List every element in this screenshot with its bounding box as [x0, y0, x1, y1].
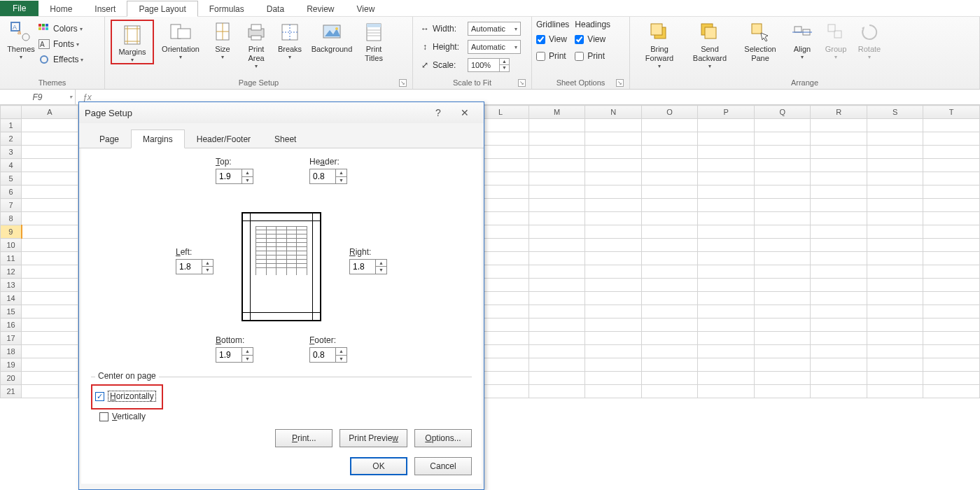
- cell[interactable]: [754, 252, 811, 265]
- cell[interactable]: [811, 265, 867, 279]
- send-backward-button[interactable]: Send Backward▾: [685, 18, 735, 69]
- dialog-titlebar[interactable]: Page Setup ? ✕: [79, 102, 484, 123]
- cell[interactable]: [22, 239, 78, 252]
- cell[interactable]: [641, 279, 698, 292]
- cell[interactable]: [698, 225, 755, 239]
- cell[interactable]: [585, 385, 642, 398]
- cell[interactable]: [22, 358, 78, 372]
- row-header[interactable]: 3: [1, 146, 22, 159]
- checkbox[interactable]: [536, 35, 545, 44]
- cell[interactable]: [698, 132, 755, 146]
- cell[interactable]: [698, 345, 755, 358]
- cell[interactable]: [923, 172, 980, 186]
- gridlines-view-check[interactable]: View: [536, 31, 569, 48]
- tab-data[interactable]: Data: [255, 1, 295, 16]
- cell[interactable]: [528, 212, 585, 225]
- cell[interactable]: [867, 132, 923, 146]
- col-header[interactable]: Q: [754, 106, 811, 119]
- cell[interactable]: [22, 146, 78, 159]
- cell[interactable]: [585, 132, 642, 146]
- cell[interactable]: [528, 385, 585, 398]
- cell[interactable]: [528, 172, 585, 186]
- cell[interactable]: [22, 385, 78, 398]
- cell[interactable]: [811, 345, 867, 358]
- cell[interactable]: [754, 159, 811, 172]
- cell[interactable]: [811, 252, 867, 265]
- cell[interactable]: [754, 225, 811, 239]
- cell[interactable]: [923, 332, 980, 345]
- cell[interactable]: [641, 119, 698, 132]
- cell[interactable]: [754, 119, 811, 132]
- cell[interactable]: [923, 146, 980, 159]
- dialog-tab-page[interactable]: Page: [88, 130, 131, 148]
- print-button[interactable]: Print...: [275, 429, 332, 447]
- cell[interactable]: [698, 332, 755, 345]
- cell[interactable]: [22, 305, 78, 318]
- cell[interactable]: [585, 305, 642, 318]
- cell[interactable]: [754, 372, 811, 385]
- cell[interactable]: [641, 159, 698, 172]
- cell[interactable]: [22, 186, 78, 199]
- cell[interactable]: [698, 358, 755, 372]
- cell[interactable]: [867, 119, 923, 132]
- col-header[interactable]: P: [698, 106, 755, 119]
- cell[interactable]: [641, 345, 698, 358]
- print-preview-button[interactable]: Print Preview: [340, 429, 407, 447]
- cell[interactable]: [867, 345, 923, 358]
- selection-pane-button[interactable]: Selection Pane: [735, 18, 785, 63]
- cell[interactable]: [811, 358, 867, 372]
- cell[interactable]: [22, 279, 78, 292]
- cell[interactable]: [698, 119, 755, 132]
- cell[interactable]: [698, 212, 755, 225]
- scale-launcher[interactable]: ↘: [518, 79, 526, 87]
- cell[interactable]: [867, 239, 923, 252]
- cell[interactable]: [641, 265, 698, 279]
- cell[interactable]: [923, 252, 980, 265]
- cell[interactable]: [754, 199, 811, 212]
- cell[interactable]: [923, 225, 980, 239]
- group-button[interactable]: Group▾: [819, 18, 853, 60]
- cell[interactable]: [754, 332, 811, 345]
- cell[interactable]: [22, 265, 78, 279]
- row-header[interactable]: 15: [1, 305, 22, 318]
- cell[interactable]: [22, 199, 78, 212]
- cell[interactable]: [867, 372, 923, 385]
- margin-left-spin[interactable]: ▲▼: [176, 259, 214, 274]
- cell[interactable]: [698, 239, 755, 252]
- margin-left-input[interactable]: [176, 260, 202, 274]
- cell[interactable]: [528, 119, 585, 132]
- cell[interactable]: [754, 279, 811, 292]
- cell[interactable]: [923, 186, 980, 199]
- row-header[interactable]: 4: [1, 159, 22, 172]
- cell[interactable]: [528, 239, 585, 252]
- cell[interactable]: [867, 159, 923, 172]
- cancel-button[interactable]: Cancel: [414, 457, 472, 475]
- cell[interactable]: [528, 199, 585, 212]
- cell[interactable]: [22, 172, 78, 186]
- cell[interactable]: [698, 385, 755, 398]
- cell[interactable]: [528, 225, 585, 239]
- cell[interactable]: [585, 225, 642, 239]
- row-header[interactable]: 5: [1, 172, 22, 186]
- margin-bottom-spin[interactable]: ▲▼: [216, 347, 253, 363]
- cell[interactable]: [585, 186, 642, 199]
- cell[interactable]: [867, 358, 923, 372]
- cell[interactable]: [641, 252, 698, 265]
- dialog-tab-margins[interactable]: Margins: [131, 130, 185, 148]
- cell[interactable]: [528, 318, 585, 332]
- col-header[interactable]: S: [867, 106, 923, 119]
- cell[interactable]: [698, 172, 755, 186]
- cell[interactable]: [923, 345, 980, 358]
- row-header[interactable]: 21: [1, 385, 22, 398]
- cell[interactable]: [867, 318, 923, 332]
- cell[interactable]: [811, 159, 867, 172]
- cell[interactable]: [754, 305, 811, 318]
- cell[interactable]: [585, 372, 642, 385]
- scale-width-combo[interactable]: Automatic▾: [468, 22, 521, 36]
- col-header[interactable]: M: [528, 106, 585, 119]
- cell[interactable]: [811, 332, 867, 345]
- row-header[interactable]: 9: [1, 225, 22, 239]
- spinner-arrows[interactable]: ▲▼: [375, 260, 386, 274]
- cell[interactable]: [867, 279, 923, 292]
- cell[interactable]: [923, 265, 980, 279]
